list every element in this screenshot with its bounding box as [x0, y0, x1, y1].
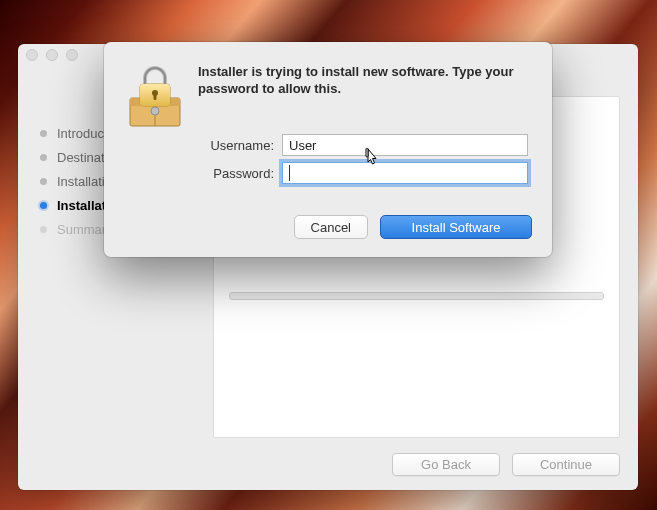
auth-prompt-text: Installer is trying to install new softw… — [198, 64, 532, 98]
step-bullet-icon — [40, 202, 47, 209]
lock-package-icon — [122, 64, 188, 133]
go-back-button[interactable]: Go Back — [392, 453, 500, 476]
cancel-button[interactable]: Cancel — [294, 215, 368, 239]
username-label: Username: — [198, 138, 274, 153]
username-input[interactable] — [282, 134, 528, 156]
traffic-light-minimize[interactable] — [46, 49, 58, 61]
traffic-light-close[interactable] — [26, 49, 38, 61]
svg-rect-7 — [154, 93, 157, 100]
svg-point-3 — [151, 107, 159, 115]
step-bullet-icon — [40, 130, 47, 137]
step-bullet-icon — [40, 154, 47, 161]
install-progress-bar — [229, 292, 604, 300]
password-input[interactable] — [282, 162, 528, 184]
auth-dialog: Installer is trying to install new softw… — [104, 42, 552, 257]
install-software-button[interactable]: Install Software — [380, 215, 532, 239]
text-caret — [289, 165, 290, 181]
continue-button[interactable]: Continue — [512, 453, 620, 476]
password-label: Password: — [198, 166, 274, 181]
traffic-light-zoom[interactable] — [66, 49, 78, 61]
step-bullet-icon — [40, 178, 47, 185]
step-bullet-icon — [40, 226, 47, 233]
desktop-background: Introduction Destination Select Installa… — [0, 0, 657, 510]
